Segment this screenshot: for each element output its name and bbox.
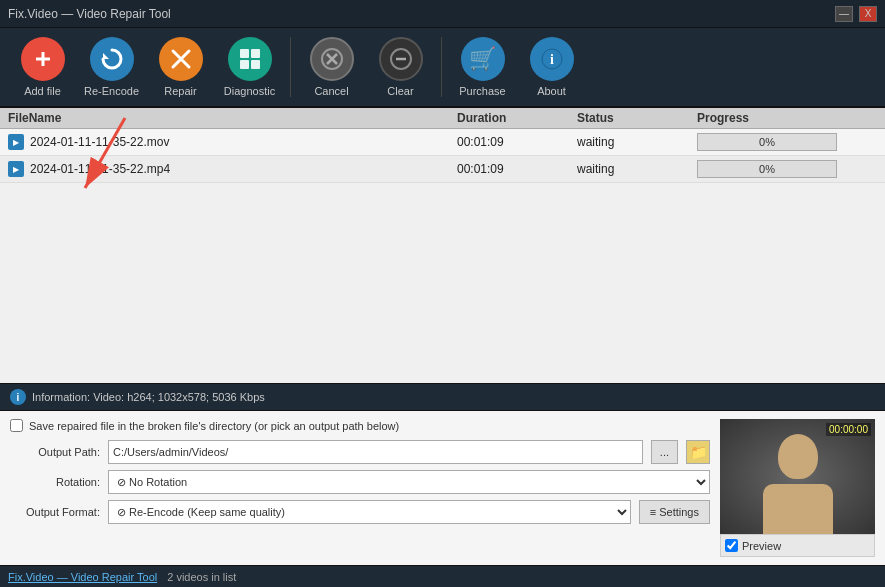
- add-file-icon: [21, 37, 65, 81]
- file-icon-2: ▶: [8, 161, 24, 177]
- toolbar: Add file Re-Encode Repair: [0, 28, 885, 108]
- close-button[interactable]: X: [859, 6, 877, 22]
- preview-checkbox[interactable]: [725, 539, 738, 552]
- status-info: 2 videos in list: [167, 571, 236, 583]
- duration-1: 00:01:09: [457, 135, 577, 149]
- col-status: Status: [577, 111, 697, 125]
- browse-button[interactable]: ...: [651, 440, 678, 464]
- svg-rect-3: [240, 49, 249, 58]
- add-file-label: Add file: [24, 85, 61, 97]
- save-checkbox-row: Save repaired file in the broken file's …: [10, 419, 710, 432]
- re-encode-label: Re-Encode: [84, 85, 139, 97]
- col-filename: FileName: [8, 111, 457, 125]
- window-title: Fix.Video — Video Repair Tool: [8, 7, 171, 21]
- repair-label: Repair: [164, 85, 196, 97]
- file-name-cell-2: ▶ 2024-01-11-11-35-22.mp4: [8, 161, 457, 177]
- minimize-button[interactable]: —: [835, 6, 853, 22]
- preview-label: Preview: [742, 540, 781, 552]
- clear-button[interactable]: Clear: [368, 32, 433, 102]
- output-path-input[interactable]: [108, 440, 643, 464]
- preview-timestamp: 00:00:00: [826, 423, 871, 436]
- output-format-row: Output Format: ⊘ Re-Encode (Keep same qu…: [10, 500, 710, 524]
- clear-icon: [379, 37, 423, 81]
- status-2: waiting: [577, 162, 697, 176]
- info-text: Information: Video: h264; 1032x578; 5036…: [32, 391, 265, 403]
- about-icon: i: [530, 37, 574, 81]
- file-name-1: 2024-01-11-11-35-22.mov: [30, 135, 169, 149]
- col-duration: Duration: [457, 111, 577, 125]
- table-row[interactable]: ▶ 2024-01-11-11-35-22.mov 00:01:09 waiti…: [0, 129, 885, 156]
- status-1: waiting: [577, 135, 697, 149]
- file-name-cell-1: ▶ 2024-01-11-11-35-22.mov: [8, 134, 457, 150]
- preview-panel: 00:00:00 Preview: [720, 419, 875, 557]
- progress-label-1: 0%: [759, 136, 775, 148]
- rotation-select[interactable]: ⊘ No Rotation 90° 180° 270°: [108, 470, 710, 494]
- output-path-label: Output Path:: [10, 446, 100, 458]
- settings-button[interactable]: ≡ Settings: [639, 500, 710, 524]
- diagnostic-button[interactable]: Diagnostic: [217, 32, 282, 102]
- save-checkbox[interactable]: [10, 419, 23, 432]
- diagnostic-icon: [228, 37, 272, 81]
- svg-text:i: i: [550, 52, 554, 67]
- purchase-label: Purchase: [459, 85, 505, 97]
- svg-rect-6: [251, 60, 260, 69]
- file-list-header: FileName Duration Status Progress: [0, 108, 885, 129]
- info-icon: i: [10, 389, 26, 405]
- add-file-button[interactable]: Add file: [10, 32, 75, 102]
- title-controls: — X: [835, 6, 877, 22]
- bottom-panel: Save repaired file in the broken file's …: [0, 411, 885, 565]
- bottom-left: Save repaired file in the broken file's …: [10, 419, 710, 557]
- progress-bar-2: 0%: [697, 160, 837, 178]
- repair-button[interactable]: Repair: [148, 32, 213, 102]
- preview-checkbox-row: Preview: [720, 534, 875, 557]
- title-bar: Fix.Video — Video Repair Tool — X: [0, 0, 885, 28]
- purchase-icon: 🛒: [461, 37, 505, 81]
- clear-label: Clear: [387, 85, 413, 97]
- progress-bar-1: 0%: [697, 133, 837, 151]
- file-name-2: 2024-01-11-11-35-22.mp4: [30, 162, 170, 176]
- re-encode-icon: [90, 37, 134, 81]
- folder-icon-button[interactable]: 📁: [686, 440, 710, 464]
- about-label: About: [537, 85, 566, 97]
- cancel-icon: [310, 37, 354, 81]
- table-row[interactable]: ▶ 2024-01-11-11-35-22.mp4 00:01:09 waiti…: [0, 156, 885, 183]
- status-link[interactable]: Fix.Video — Video Repair Tool: [8, 571, 157, 583]
- preview-image: 00:00:00: [720, 419, 875, 534]
- status-bar: Fix.Video — Video Repair Tool 2 videos i…: [0, 565, 885, 587]
- purchase-button[interactable]: 🛒 Purchase: [450, 32, 515, 102]
- info-bar: i Information: Video: h264; 1032x578; 50…: [0, 383, 885, 411]
- toolbar-separator: [290, 37, 291, 97]
- output-path-row: Output Path: ... 📁: [10, 440, 710, 464]
- main-content: FileName Duration Status Progress ▶ 2024…: [0, 108, 885, 587]
- rotation-row: Rotation: ⊘ No Rotation 90° 180° 270°: [10, 470, 710, 494]
- file-icon-1: ▶: [8, 134, 24, 150]
- duration-2: 00:01:09: [457, 162, 577, 176]
- re-encode-button[interactable]: Re-Encode: [79, 32, 144, 102]
- col-progress: Progress: [697, 111, 877, 125]
- svg-marker-2: [103, 53, 109, 59]
- about-button[interactable]: i About: [519, 32, 584, 102]
- diagnostic-label: Diagnostic: [224, 85, 275, 97]
- toolbar-separator-2: [441, 37, 442, 97]
- progress-label-2: 0%: [759, 163, 775, 175]
- svg-rect-4: [251, 49, 260, 58]
- save-checkbox-label: Save repaired file in the broken file's …: [29, 420, 399, 432]
- repair-icon: [159, 37, 203, 81]
- rotation-label: Rotation:: [10, 476, 100, 488]
- cancel-label: Cancel: [314, 85, 348, 97]
- svg-rect-5: [240, 60, 249, 69]
- output-format-select[interactable]: ⊘ Re-Encode (Keep same quality) Fast Rep…: [108, 500, 631, 524]
- output-format-label: Output Format:: [10, 506, 100, 518]
- file-list-container: FileName Duration Status Progress ▶ 2024…: [0, 108, 885, 383]
- cancel-button[interactable]: Cancel: [299, 32, 364, 102]
